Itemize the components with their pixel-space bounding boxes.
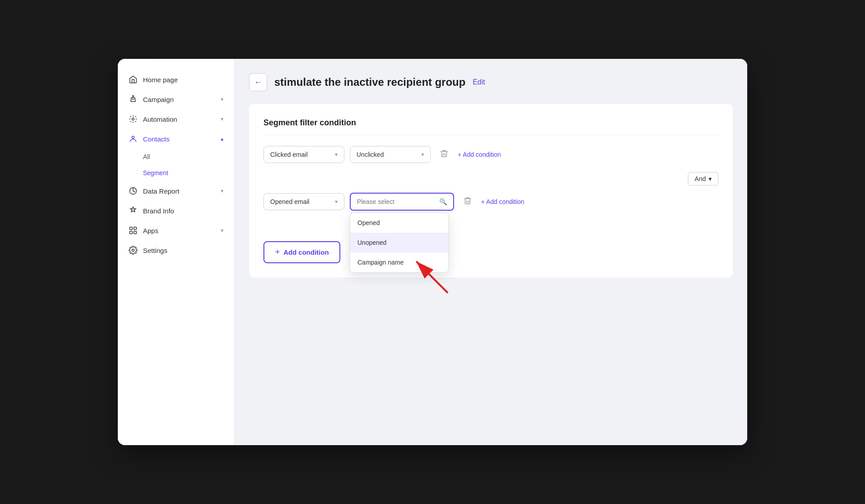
condition-label-1: Clicked email bbox=[270, 151, 308, 158]
condition-select-1[interactable]: Clicked email ▾ bbox=[263, 146, 344, 163]
filter-row-2: Opened email ▾ 🔍 Opened bbox=[263, 193, 718, 211]
dropdown-item-unopened[interactable]: Unopened bbox=[350, 233, 448, 252]
value-label-1: Unclicked bbox=[357, 151, 384, 158]
sidebar-item-campaign-label: Campaign bbox=[143, 96, 174, 103]
dropdown-item-campaign-name[interactable]: Campaign name bbox=[350, 252, 448, 272]
svg-rect-4 bbox=[134, 227, 137, 230]
chevron-down-icon: ▾ bbox=[335, 151, 338, 158]
sidebar-item-automation-label: Automation bbox=[143, 115, 177, 123]
sidebar-item-settings[interactable]: Settings bbox=[118, 240, 234, 260]
chevron-up-icon: ▴ bbox=[221, 136, 223, 142]
campaign-icon bbox=[129, 95, 138, 104]
and-badge[interactable]: And ▾ bbox=[688, 172, 718, 186]
value-search-input[interactable] bbox=[357, 198, 436, 205]
add-condition-large-label: Add condition bbox=[284, 248, 329, 256]
and-divider: And ▾ bbox=[263, 172, 718, 186]
trash-icon bbox=[463, 196, 472, 208]
brand-info-icon bbox=[129, 206, 138, 215]
delete-button-2[interactable] bbox=[459, 194, 476, 210]
segment-filter-card: Segment filter condition Clicked email ▾… bbox=[249, 104, 733, 278]
sidebar-item-settings-label: Settings bbox=[143, 247, 167, 254]
add-condition-label-2: + Add condition bbox=[481, 198, 524, 205]
add-icon: + bbox=[275, 248, 280, 257]
edit-link[interactable]: Edit bbox=[473, 78, 485, 86]
svg-point-1 bbox=[132, 136, 134, 138]
value-dropdown-menu: Opened Unopened Campaign name bbox=[350, 212, 449, 273]
back-button[interactable]: ← bbox=[249, 73, 267, 91]
sidebar-item-apps[interactable]: Apps ▾ bbox=[118, 221, 234, 240]
add-condition-button-1[interactable]: + Add condition bbox=[458, 151, 501, 158]
page-title: stimulate the inactive recipient group bbox=[274, 76, 465, 88]
main-content: ← stimulate the inactive recipient group… bbox=[235, 59, 747, 445]
add-condition-large-button[interactable]: + Add condition bbox=[263, 241, 340, 263]
sidebar-item-brand-info[interactable]: Brand Info bbox=[118, 201, 234, 221]
add-condition-label-1: + Add condition bbox=[458, 151, 501, 158]
svg-point-7 bbox=[132, 249, 134, 252]
sidebar-item-home-label: Home page bbox=[143, 76, 178, 84]
svg-point-0 bbox=[132, 118, 134, 120]
home-icon bbox=[129, 75, 138, 84]
value-dropdown-wrapper: 🔍 Opened Unopened Campaign name bbox=[350, 193, 454, 211]
chevron-down-icon: ▾ bbox=[221, 116, 223, 122]
chevron-down-icon: ▾ bbox=[221, 188, 223, 194]
svg-rect-5 bbox=[130, 231, 133, 234]
sidebar-item-contacts[interactable]: Contacts ▴ bbox=[118, 129, 234, 149]
search-icon: 🔍 bbox=[439, 198, 447, 205]
page-header: ← stimulate the inactive recipient group… bbox=[249, 73, 733, 91]
card-title: Segment filter condition bbox=[263, 118, 718, 135]
trash-icon bbox=[440, 149, 449, 160]
filter-row-1: Clicked email ▾ Unclicked ▾ bbox=[263, 146, 718, 163]
app-container: Home page Campaign ▾ Automation bbox=[118, 59, 747, 445]
condition-select-2[interactable]: Opened email ▾ bbox=[263, 193, 344, 210]
contacts-icon bbox=[129, 134, 138, 143]
value-select-1[interactable]: Unclicked ▾ bbox=[350, 146, 431, 163]
condition-label-2: Opened email bbox=[270, 198, 309, 205]
data-report-icon bbox=[129, 186, 138, 195]
back-arrow-icon: ← bbox=[254, 78, 262, 87]
sidebar-item-campaign[interactable]: Campaign ▾ bbox=[118, 89, 234, 109]
settings-icon bbox=[129, 246, 138, 255]
and-chevron-icon: ▾ bbox=[709, 175, 712, 182]
sidebar-item-contacts-label: Contacts bbox=[143, 135, 169, 143]
apps-icon bbox=[129, 226, 138, 235]
sidebar-item-automation[interactable]: Automation ▾ bbox=[118, 109, 234, 129]
sidebar-item-apps-label: Apps bbox=[143, 227, 158, 234]
chevron-down-icon: ▾ bbox=[221, 227, 223, 234]
add-condition-button-2[interactable]: + Add condition bbox=[481, 198, 524, 205]
svg-rect-3 bbox=[130, 227, 133, 230]
sidebar-item-all[interactable]: All bbox=[143, 149, 234, 165]
contacts-sub-menu: All Segment bbox=[118, 149, 234, 181]
sidebar-item-home[interactable]: Home page bbox=[118, 70, 234, 89]
chevron-down-icon: ▾ bbox=[421, 151, 424, 158]
sidebar-item-data-report-label: Data Report bbox=[143, 187, 179, 195]
value-search-input-box[interactable]: 🔍 bbox=[350, 193, 454, 211]
filter-row-2-wrapper: Opened email ▾ 🔍 Opened bbox=[263, 193, 718, 263]
automation-icon bbox=[129, 115, 138, 124]
chevron-down-icon: ▾ bbox=[221, 96, 223, 102]
add-condition-large-wrapper: + Add condition bbox=[263, 238, 718, 263]
delete-button-1[interactable] bbox=[436, 146, 452, 163]
sidebar-item-segment[interactable]: Segment bbox=[143, 165, 234, 181]
sidebar-item-brand-info-label: Brand Info bbox=[143, 207, 174, 215]
svg-rect-6 bbox=[134, 231, 137, 234]
sidebar-item-data-report[interactable]: Data Report ▾ bbox=[118, 181, 234, 201]
and-label: And bbox=[695, 175, 706, 182]
dropdown-item-opened[interactable]: Opened bbox=[350, 213, 448, 233]
chevron-down-icon: ▾ bbox=[335, 199, 338, 205]
sidebar: Home page Campaign ▾ Automation bbox=[118, 59, 235, 445]
